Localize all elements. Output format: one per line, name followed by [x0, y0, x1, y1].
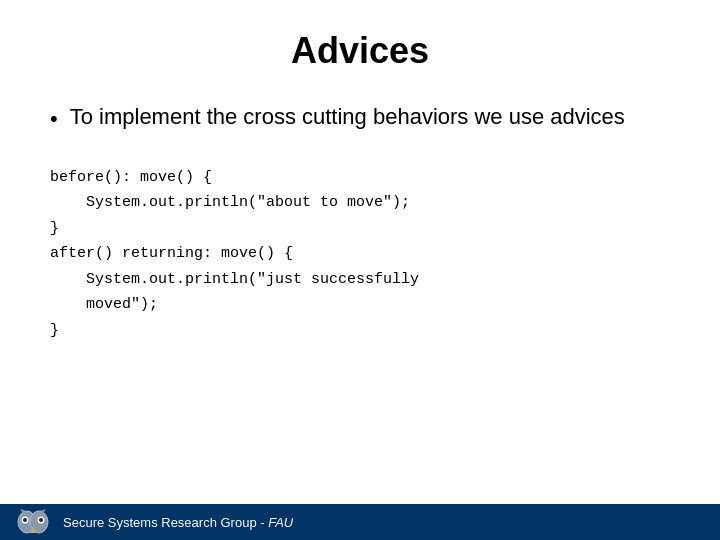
footer-separator: -	[257, 515, 269, 530]
footer-logo	[15, 507, 51, 537]
code-line-2: System.out.println("about to move");	[50, 190, 670, 216]
footer-institution: FAU	[268, 515, 293, 530]
code-line-4: after() returning: move() {	[50, 241, 670, 267]
code-line-5: System.out.println("just successfully	[50, 267, 670, 293]
footer-bar: Secure Systems Research Group - FAU	[0, 504, 720, 540]
code-line-3: }	[50, 216, 670, 242]
footer-label: Secure Systems Research Group - FAU	[63, 515, 293, 530]
slide-title: Advices	[50, 30, 670, 72]
svg-point-4	[23, 518, 27, 522]
slide-content: Advices • To implement the cross cutting…	[0, 0, 720, 504]
bullet-item: • To implement the cross cutting behavio…	[50, 102, 670, 135]
code-line-6: moved");	[50, 292, 670, 318]
footer-group-name: Secure Systems Research Group	[63, 515, 257, 530]
bullet-text: To implement the cross cutting behaviors…	[70, 102, 625, 133]
code-line-1: before(): move() {	[50, 165, 670, 191]
code-block: before(): move() { System.out.println("a…	[50, 165, 670, 344]
svg-point-5	[39, 518, 43, 522]
logo-icon	[15, 507, 51, 537]
bullet-section: • To implement the cross cutting behavio…	[50, 102, 670, 135]
code-line-7: }	[50, 318, 670, 344]
bullet-dot: •	[50, 104, 58, 135]
slide-container: Advices • To implement the cross cutting…	[0, 0, 720, 540]
